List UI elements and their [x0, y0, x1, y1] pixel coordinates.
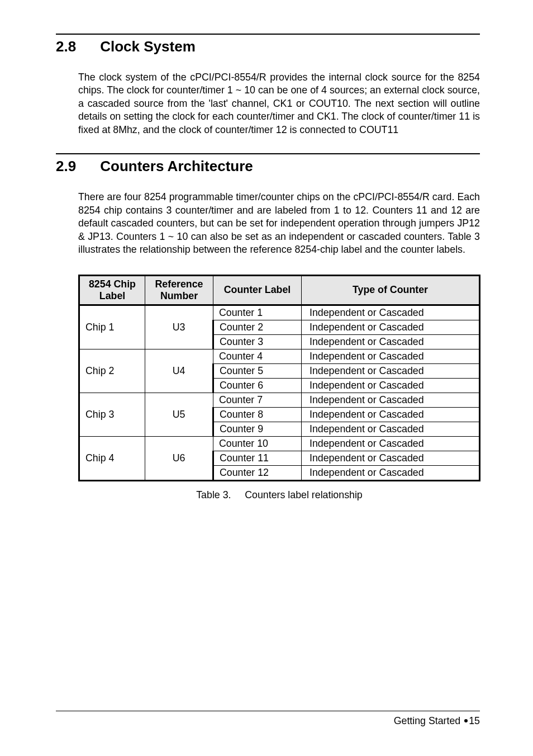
counters-table: 8254 Chip Label Reference Number Counter…: [78, 275, 480, 481]
cell-counter: Counter 5: [213, 363, 302, 378]
cell-counter: Counter 2: [213, 320, 302, 334]
page-footer: Getting Started 15: [394, 715, 480, 727]
header-counter: Counter Label: [213, 275, 302, 305]
cell-chip: Chip 2: [79, 349, 145, 393]
section-title: Clock System: [100, 38, 196, 55]
cell-counter: Counter 7: [213, 393, 302, 407]
cell-counter: Counter 3: [213, 334, 302, 349]
cell-counter: Counter 9: [213, 422, 302, 436]
table-row: Chip 4U6Counter 10Independent or Cascade…: [79, 436, 480, 451]
section-divider: [56, 34, 480, 35]
cell-counter: Counter 10: [213, 436, 302, 451]
footer-divider: [56, 711, 480, 712]
cell-chip: Chip 3: [79, 393, 145, 436]
cell-type: Independent or Cascaded: [302, 349, 480, 363]
table-row: Chip 3U5Counter 7Independent or Cascaded: [79, 393, 480, 407]
section-2-8-body: The clock system of the cPCI/PCI-8554/R …: [78, 71, 480, 136]
footer-page: 15: [469, 715, 480, 726]
cell-type: Independent or Cascaded: [302, 363, 480, 378]
cell-type: Independent or Cascaded: [302, 436, 480, 451]
header-type: Type of Counter: [302, 275, 480, 305]
section-title: Counters Architecture: [100, 158, 253, 174]
section-heading-2-8: 2.8 Clock System: [56, 38, 480, 55]
header-chip: 8254 Chip Label: [79, 275, 145, 305]
cell-counter: Counter 4: [213, 349, 302, 363]
table-row: Chip 1U3Counter 1Independent or Cascaded: [79, 305, 480, 320]
cell-chip: Chip 4: [79, 436, 145, 480]
cell-type: Independent or Cascaded: [302, 320, 480, 334]
cell-ref: U4: [145, 349, 213, 393]
table-caption: Table 3. Counters label relationship: [78, 489, 480, 501]
cell-type: Independent or Cascaded: [302, 378, 480, 393]
section-2-9-body: There are four 8254 programmable timer/c…: [78, 191, 480, 256]
cell-type: Independent or Cascaded: [302, 422, 480, 436]
cell-type: Independent or Cascaded: [302, 407, 480, 422]
cell-counter: Counter 8: [213, 407, 302, 422]
cell-ref: U6: [145, 436, 213, 480]
section-number: 2.8: [56, 38, 96, 55]
section-divider: [56, 153, 480, 154]
cell-type: Independent or Cascaded: [302, 393, 480, 407]
cell-type: Independent or Cascaded: [302, 451, 480, 465]
cell-counter: Counter 12: [213, 465, 302, 480]
bullet-icon: [464, 719, 468, 722]
table-row: Chip 2U4Counter 4Independent or Cascaded: [79, 349, 480, 363]
caption-text: Counters label relationship: [245, 489, 363, 500]
cell-counter: Counter 1: [213, 305, 302, 320]
table-header-row: 8254 Chip Label Reference Number Counter…: [79, 275, 480, 305]
footer-text: Getting Started: [394, 715, 461, 726]
cell-ref: U3: [145, 305, 213, 349]
section-number: 2.9: [56, 158, 96, 175]
cell-counter: Counter 6: [213, 378, 302, 393]
cell-counter: Counter 11: [213, 451, 302, 465]
cell-type: Independent or Cascaded: [302, 305, 480, 320]
caption-label: Table 3.: [196, 489, 231, 500]
header-ref: Reference Number: [145, 275, 213, 305]
cell-type: Independent or Cascaded: [302, 334, 480, 349]
cell-type: Independent or Cascaded: [302, 465, 480, 480]
section-heading-2-9: 2.9 Counters Architecture: [56, 158, 480, 175]
cell-chip: Chip 1: [79, 305, 145, 349]
cell-ref: U5: [145, 393, 213, 436]
